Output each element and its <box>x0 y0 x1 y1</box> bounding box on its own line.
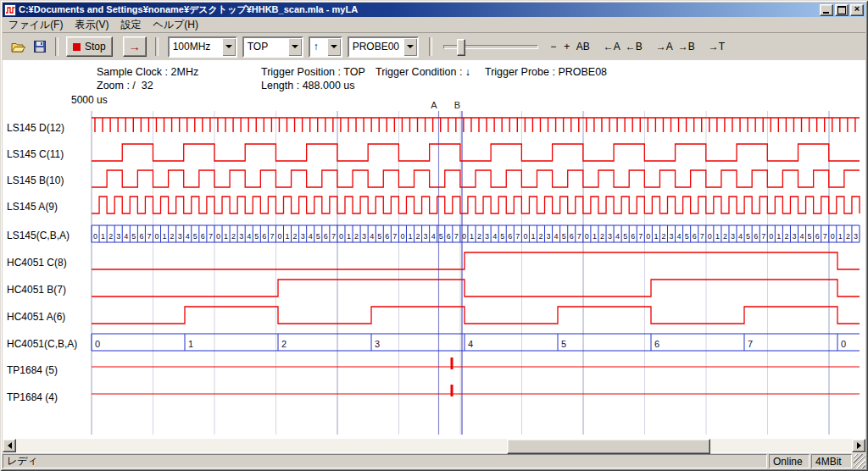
right-arrow-icon <box>857 442 865 449</box>
menu-item-view[interactable]: 表示(V) <box>69 16 114 34</box>
menu-bar: ファイル(F)表示(V)設定ヘルプ(H) <box>3 17 865 32</box>
move-cursor-b-left-button[interactable]: ←B <box>623 37 645 56</box>
trigger-edge-value: ↑ <box>310 41 327 53</box>
stop-label: Stop <box>85 41 106 53</box>
chevron-down-icon[interactable] <box>288 38 302 56</box>
time-division-label: 5000 us <box>71 94 108 106</box>
zoom-out-button[interactable]: − <box>547 37 560 56</box>
horizontal-scrollbar[interactable] <box>3 439 865 452</box>
chevron-down-icon[interactable] <box>403 38 417 56</box>
app-icon <box>4 4 16 16</box>
minimize-icon <box>823 12 829 14</box>
move-cursor-a-left-button[interactable]: ←A <box>601 37 623 56</box>
sample-clock-combo[interactable]: 100MHz <box>168 36 237 58</box>
trigger-condition-info: Trigger Condition : ↓ <box>376 66 470 78</box>
close-button[interactable]: × <box>850 4 864 16</box>
toolbar-separator <box>155 37 159 56</box>
toolbar: Stop → 100MHz TOP ↑ PROBE00 − + AB ←A <box>3 32 865 61</box>
signal-label-hc4051-b: HC4051 B(7) <box>7 284 66 296</box>
toolbar-separator <box>429 37 432 56</box>
stop-icon <box>73 43 81 51</box>
trigger-probe-info: Trigger Probe : PROBE08 <box>485 66 607 78</box>
trigger-position-value: TOP <box>244 41 288 53</box>
sample-clock-value: 100MHz <box>170 41 222 53</box>
waveform-panel[interactable] <box>3 60 865 453</box>
title-bar[interactable]: C:¥Documents and Settings¥noname¥デスクトップ¥… <box>3 3 865 17</box>
zoom-slider-thumb[interactable] <box>457 39 465 56</box>
signal-label-ls145-d: LS145 D(12) <box>7 122 64 134</box>
run-arrow-icon: → <box>129 41 141 53</box>
menu-item-file[interactable]: ファイル(F) <box>3 16 69 34</box>
close-icon: × <box>854 4 860 14</box>
chevron-down-icon[interactable] <box>327 38 341 56</box>
status-bar: レディ Online 4MBit <box>3 454 865 468</box>
scroll-left-button[interactable] <box>3 439 16 452</box>
status-message: レディ <box>3 454 767 468</box>
window-controls: × <box>818 4 864 16</box>
zoom-info: Zoom : / 32 <box>97 80 153 91</box>
online-status: Online <box>769 454 810 468</box>
left-arrow-icon <box>4 442 12 449</box>
trigger-probe-combo[interactable]: PROBE00 <box>348 36 419 58</box>
move-cursor-b-right-button[interactable]: →B <box>676 37 698 56</box>
trigger-probe-value: PROBE00 <box>349 41 403 53</box>
signal-label-tp1684-4: TP1684 (4) <box>7 391 58 403</box>
floppy-disk-icon <box>33 40 47 53</box>
chevron-down-icon[interactable] <box>222 38 236 56</box>
trigger-position-info: Trigger Position : TOP <box>261 66 365 78</box>
menu-item-settings[interactable]: 設定 <box>114 16 147 34</box>
open-folder-icon <box>11 41 25 53</box>
length-info: Length : 488.000 us <box>261 80 355 91</box>
signal-label-ls145-c: LS145 C(11) <box>7 148 64 160</box>
signal-label-hc4051-bus: HC4051(C,B,A) <box>7 338 77 350</box>
signal-label-ls145-bus: LS145(C,B,A) <box>7 230 70 241</box>
goto-trigger-button[interactable]: →T <box>706 37 727 56</box>
signal-label-hc4051-a: HC4051 A(6) <box>7 311 65 323</box>
window-title: C:¥Documents and Settings¥noname¥デスクトップ¥… <box>19 3 818 16</box>
stop-button[interactable]: Stop <box>66 36 113 57</box>
sample-clock-info: Sample Clock : 2MHz <box>97 66 198 78</box>
scrollbar-thumb[interactable] <box>507 439 710 454</box>
move-cursor-a-right-button[interactable]: →A <box>654 37 676 56</box>
trigger-edge-combo[interactable]: ↑ <box>309 36 342 58</box>
scroll-right-button[interactable] <box>852 439 865 452</box>
save-button[interactable] <box>29 36 51 58</box>
maximize-button[interactable] <box>835 4 849 16</box>
zoom-slider[interactable] <box>443 36 538 57</box>
minimize-button[interactable] <box>820 4 833 16</box>
single-step-button[interactable]: → <box>123 36 147 57</box>
signal-label-hc4051-c: HC4051 C(8) <box>7 257 67 269</box>
signal-label-ls145-b: LS145 B(10) <box>7 175 64 186</box>
toolbar-separator <box>55 37 58 56</box>
memory-status: 4MBit <box>811 454 852 468</box>
zoom-in-button[interactable]: + <box>560 37 574 56</box>
signal-label-ls145-a: LS145 A(9) <box>7 201 58 213</box>
open-button[interactable] <box>7 36 29 58</box>
resize-grip[interactable] <box>854 454 865 468</box>
app-window: C:¥Documents and Settings¥noname¥デスクトップ¥… <box>0 0 868 471</box>
signal-label-tp1684-5: TP1684 (5) <box>7 364 58 376</box>
trigger-position-combo[interactable]: TOP <box>242 36 303 58</box>
maximize-icon <box>837 6 846 14</box>
ab-range-button[interactable]: AB <box>574 37 593 56</box>
menu-item-help[interactable]: ヘルプ(H) <box>147 16 204 34</box>
